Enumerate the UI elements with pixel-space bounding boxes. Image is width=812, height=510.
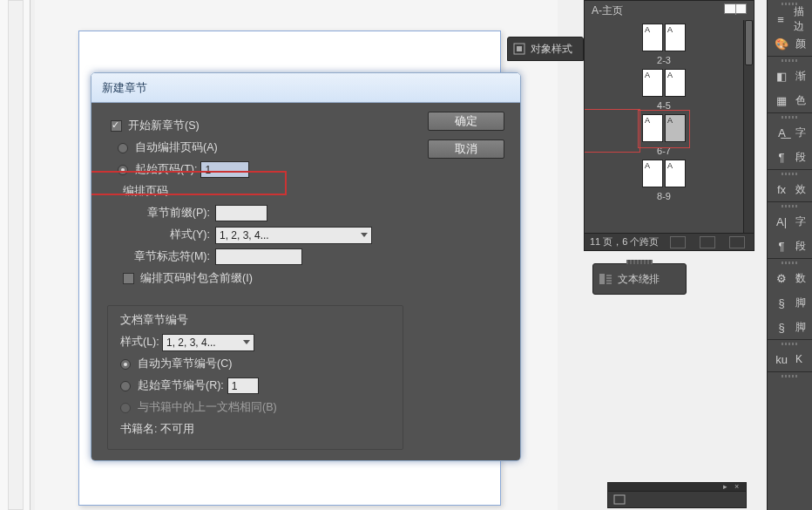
panel-collapse-icon[interactable]: ▸ — [723, 484, 731, 490]
para-styles-icon[interactable]: ¶段 — [768, 145, 812, 169]
start-page-number-label: 起始页码(T): — [135, 162, 197, 177]
chevron-down-icon — [243, 340, 250, 344]
start-section-number-input[interactable] — [227, 377, 259, 394]
object-styles-tab[interactable]: 对象样式 — [507, 37, 584, 61]
chevron-down-icon — [361, 233, 368, 237]
bottom-panel: ▸× — [607, 482, 747, 508]
page-style-label: 样式(Y): — [123, 228, 210, 242]
data-merge-icon[interactable]: ⚙数 — [768, 266, 812, 290]
page-spread[interactable]: AA — [642, 69, 686, 99]
para-styles-icon: ¶ — [775, 151, 788, 164]
gradient-icon[interactable]: ◧渐 — [768, 64, 812, 88]
menu-icon: ≡ — [775, 13, 787, 26]
section-marker-input[interactable] — [215, 248, 302, 265]
spread-label: 8-9 — [585, 191, 743, 201]
start-new-section-label: 开始新章节(S) — [128, 119, 200, 133]
panel-close-icon[interactable]: × — [734, 484, 742, 490]
new-section-dialog: 新建章节 确定 取消 开始新章节(S) 自动编排页码(A) 起始页码(T): 编… — [91, 72, 521, 461]
swatches-icon[interactable]: ▦色 — [768, 88, 812, 112]
page-spread[interactable]: AA — [642, 160, 686, 189]
auto-section-number-radio[interactable] — [120, 359, 131, 370]
delete-page-icon[interactable] — [729, 236, 745, 248]
character-icon[interactable]: A|字 — [768, 209, 812, 234]
master-thumb — [724, 3, 747, 14]
edit-page-icon[interactable] — [670, 236, 686, 248]
start-section-number-label: 起始章节编号(R): — [138, 378, 224, 393]
page-style-select[interactable]: 1, 2, 3, 4... — [215, 227, 372, 244]
pages-panel: A-主页 AA2-3AA4-5AA6-7AA8-9 11 页，6 个跨页 — [584, 0, 754, 251]
char-styles-icon: A͟ — [775, 126, 788, 139]
svg-rect-2 — [599, 274, 605, 284]
same-as-book-radio — [120, 403, 131, 413]
text-wrap-icon — [593, 273, 618, 285]
kuler-icon[interactable]: kuK — [768, 347, 812, 371]
spread-label: 2-3 — [585, 55, 743, 65]
char-styles-icon[interactable]: A͟字 — [768, 120, 812, 145]
new-page-icon[interactable] — [700, 236, 715, 248]
data-merge-icon: ⚙ — [775, 272, 788, 285]
book-name-value: 不可用 — [160, 422, 194, 437]
swatches-icon: ▦ — [775, 94, 788, 107]
master-page-row[interactable]: A-主页 — [585, 1, 754, 20]
right-rail: ≡描边🎨颜◧渐▦色A͟字¶段fx效A|字¶段⚙数§脚§脚kuK — [767, 0, 812, 510]
doc-style-select[interactable]: 1, 2, 3, 4... — [162, 334, 254, 351]
text-wrap-panel[interactable]: 文本绕排 — [592, 263, 687, 295]
section-marker-label: 章节标志符(M): — [123, 249, 210, 264]
same-as-book-label: 与书籍中的上一文档相同(B) — [138, 400, 277, 415]
paragraph-icon[interactable]: ¶段 — [768, 234, 812, 258]
menu-icon[interactable]: ≡描边 — [768, 7, 812, 31]
dialog-title: 新建章节 — [91, 73, 520, 103]
include-prefix-checkbox[interactable] — [123, 273, 134, 284]
cancel-button[interactable]: 取消 — [428, 139, 504, 159]
script-icon: § — [775, 296, 788, 309]
start-section-number-radio[interactable] — [120, 381, 131, 391]
script-label-icon[interactable]: §脚 — [768, 315, 812, 339]
section-prefix-input[interactable] — [215, 205, 267, 221]
section-prefix-label: 章节前缀(P): — [123, 206, 210, 221]
include-prefix-label: 编排页码时包含前缀(I) — [140, 271, 253, 286]
kuler-icon: ku — [775, 353, 788, 366]
gradient-icon: ◧ — [775, 70, 788, 83]
pages-scrollbar[interactable] — [743, 20, 754, 233]
start-page-number-input[interactable] — [200, 161, 249, 178]
pages-status-bar: 11 页，6 个跨页 — [585, 233, 754, 250]
selected-spread-highlight — [585, 109, 640, 153]
palette-icon[interactable]: 🎨颜 — [768, 31, 812, 56]
effects-icon: fx — [775, 183, 788, 196]
text-wrap-label: 文本绕排 — [618, 272, 660, 287]
start-new-section-checkbox[interactable] — [111, 120, 122, 132]
svg-rect-7 — [614, 495, 625, 504]
panel-icon — [613, 494, 626, 505]
doc-style-label: 样式(L): — [120, 335, 162, 350]
ok-button[interactable]: 确定 — [428, 112, 504, 131]
start-page-number-radio[interactable] — [118, 165, 128, 175]
book-name-label: 书籍名: — [120, 422, 157, 437]
page-spread[interactable]: AA — [642, 114, 686, 144]
page-numbering-header: 编排页码 — [123, 184, 504, 199]
auto-section-number-label: 自动为章节编号(C) — [138, 357, 232, 371]
auto-page-number-radio[interactable] — [118, 143, 128, 153]
auto-page-number-label: 自动编排页码(A) — [135, 140, 218, 155]
script-icon[interactable]: §脚 — [768, 290, 812, 315]
paragraph-icon: ¶ — [775, 240, 788, 253]
palette-icon: 🎨 — [775, 37, 788, 51]
page-spread[interactable]: AA — [642, 24, 686, 53]
character-icon: A| — [775, 215, 788, 228]
doc-section-header: 文档章节编号 — [120, 313, 390, 328]
panel-grip[interactable] — [626, 260, 653, 264]
object-styles-label: 对象样式 — [531, 42, 572, 57]
object-styles-icon — [508, 37, 531, 60]
svg-rect-1 — [517, 46, 522, 51]
effects-icon[interactable]: fx效 — [768, 177, 812, 201]
pages-status-text: 11 页，6 个跨页 — [590, 235, 659, 248]
left-scrollbar[interactable] — [0, 0, 30, 510]
script-label-icon: § — [775, 321, 788, 334]
